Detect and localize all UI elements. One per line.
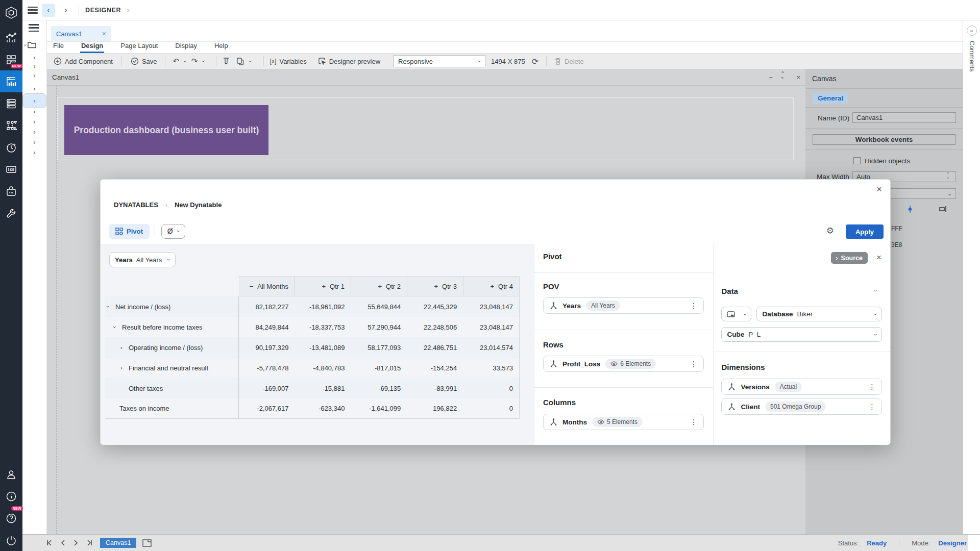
name-id-input[interactable]: Canvas1 bbox=[852, 112, 956, 123]
info-icon[interactable] bbox=[0, 485, 22, 507]
menu-page-layout[interactable]: Page Layout bbox=[119, 42, 159, 52]
dimension-card-client[interactable]: Client 501 Omega Group ⋮ bbox=[721, 398, 882, 415]
settings-gear-icon[interactable]: ⚙ bbox=[826, 226, 834, 236]
kebab-menu-icon[interactable]: ⋮ bbox=[690, 360, 697, 368]
frame-component[interactable]: Production dashboard (business user buil… bbox=[57, 97, 794, 160]
connection-type-select[interactable]: › bbox=[721, 307, 751, 321]
cube-select[interactable]: Cube P_L › bbox=[721, 327, 882, 342]
null-display-button[interactable]: Ø › bbox=[161, 224, 186, 239]
marketplace-icon[interactable] bbox=[0, 180, 22, 202]
expand-row-icon[interactable]: › bbox=[120, 365, 122, 371]
tree-node-expand[interactable]: › bbox=[22, 137, 46, 147]
selection-pill[interactable]: All Years bbox=[586, 300, 620, 311]
align-right-button[interactable] bbox=[928, 205, 959, 214]
analytics-icon[interactable] bbox=[0, 27, 22, 48]
add-canvas-icon[interactable] bbox=[142, 539, 152, 547]
save-button[interactable]: Save bbox=[131, 57, 157, 65]
nav-forward-button[interactable]: › bbox=[59, 4, 72, 17]
redo-icon[interactable]: ↷ bbox=[191, 57, 198, 66]
rows-dimension-card-profit-loss[interactable]: Profit_Loss 6 Elements ⋮ bbox=[543, 356, 704, 372]
collapse-column-icon[interactable]: − bbox=[250, 283, 254, 290]
collapse-panel-icon[interactable]: « bbox=[967, 26, 977, 36]
expand-column-icon[interactable]: + bbox=[434, 283, 438, 290]
column-header-all-months[interactable]: − All Months bbox=[239, 276, 295, 296]
designer-icon[interactable] bbox=[0, 70, 22, 92]
tree-node-expand-selected[interactable]: › bbox=[22, 93, 46, 108]
copy-icon[interactable] bbox=[236, 57, 244, 65]
layout-mode-select[interactable]: Responsive › bbox=[394, 55, 485, 67]
breadcrumb[interactable]: DESIGNER bbox=[85, 7, 121, 14]
selection-pill[interactable]: Actual bbox=[775, 382, 802, 392]
expand-row-icon[interactable]: › bbox=[120, 344, 122, 350]
bottom-tab-canvas1[interactable]: Canvas1 bbox=[100, 538, 136, 548]
columns-dimension-card-months[interactable]: Months 5 Elements ⋮ bbox=[543, 414, 704, 430]
console-icon[interactable] bbox=[0, 158, 22, 180]
source-button[interactable]: › Source bbox=[831, 252, 868, 264]
kebab-menu-icon[interactable]: ⋮ bbox=[690, 418, 697, 426]
next-canvas-icon[interactable] bbox=[74, 540, 79, 546]
column-header-qtr1[interactable]: + Qtr 1 bbox=[295, 276, 351, 296]
selection-pill[interactable]: 501 Omega Group bbox=[765, 402, 826, 412]
apps-grid-icon[interactable]: NEW bbox=[0, 48, 22, 70]
elements-pill[interactable]: 5 Elements bbox=[592, 417, 643, 427]
column-header-qtr3[interactable]: + Qtr 3 bbox=[407, 276, 463, 296]
comments-tab[interactable]: Comments bbox=[968, 41, 975, 71]
nav-back-button[interactable]: ‹ bbox=[42, 4, 55, 17]
workbook-events-button[interactable]: Workbook events bbox=[813, 134, 955, 145]
expand-column-icon[interactable]: + bbox=[378, 283, 382, 290]
delete-button[interactable]: Delete bbox=[554, 57, 584, 65]
tree-node-expand[interactable]: › bbox=[22, 61, 46, 71]
menu-display[interactable]: Display bbox=[174, 42, 198, 52]
elements-pill[interactable]: 6 Elements bbox=[605, 359, 656, 369]
user-icon[interactable] bbox=[0, 463, 22, 485]
database-select[interactable]: Database Biker › bbox=[756, 307, 882, 321]
expand-column-icon[interactable]: + bbox=[491, 283, 495, 290]
column-header-qtr2[interactable]: + Qtr 2 bbox=[351, 276, 407, 296]
help-icon[interactable]: NEW bbox=[0, 507, 22, 529]
variables-button[interactable]: [x] Variables bbox=[270, 58, 307, 65]
modeler-icon[interactable] bbox=[0, 114, 22, 136]
align-center-button[interactable] bbox=[897, 205, 923, 214]
tab-general[interactable]: General bbox=[813, 93, 848, 104]
collapse-row-icon[interactable]: › bbox=[112, 326, 118, 328]
expand-column-icon[interactable]: + bbox=[322, 283, 326, 290]
hidden-objects-checkbox[interactable] bbox=[853, 157, 861, 164]
stepper-icons[interactable]: ⌃⌃ bbox=[946, 173, 950, 178]
breadcrumb-parent[interactable]: DYNATABLES bbox=[114, 201, 158, 209]
menu-file[interactable]: File bbox=[52, 42, 65, 52]
years-filter-chip[interactable]: Years All Years › bbox=[109, 252, 176, 267]
close-icon[interactable]: × bbox=[796, 73, 800, 81]
last-canvas-icon[interactable] bbox=[87, 540, 93, 546]
prev-canvas-icon[interactable] bbox=[60, 540, 65, 546]
dashboard-widget[interactable]: Production dashboard (business user buil… bbox=[64, 105, 268, 155]
tree-node-expand[interactable]: › bbox=[22, 70, 46, 80]
pivot-view-button[interactable]: Pivot bbox=[109, 224, 150, 239]
close-icon[interactable]: × bbox=[876, 184, 882, 195]
copy-dropdown-chevron-icon[interactable]: › bbox=[248, 60, 254, 62]
collapse-section-icon[interactable]: › bbox=[873, 290, 879, 292]
menu-design[interactable]: Design bbox=[80, 42, 104, 53]
column-header-qtr4[interactable]: + Qtr 4 bbox=[463, 276, 520, 296]
minimize-icon[interactable]: − bbox=[769, 73, 773, 81]
kebab-menu-icon[interactable]: ⋮ bbox=[868, 383, 875, 391]
root-folder-node[interactable]: › bbox=[24, 41, 36, 48]
apply-button[interactable]: Apply bbox=[846, 224, 884, 239]
redo-dropdown-chevron-icon[interactable]: › bbox=[201, 60, 207, 62]
collapse-row-icon[interactable]: › bbox=[105, 306, 111, 308]
scheduler-icon[interactable] bbox=[0, 136, 22, 158]
kebab-menu-icon[interactable]: ⋮ bbox=[868, 403, 875, 411]
undo-dropdown-chevron-icon[interactable]: › bbox=[182, 60, 188, 62]
add-component-button[interactable]: Add Component bbox=[54, 57, 113, 65]
close-icon[interactable]: × bbox=[102, 30, 106, 38]
undo-icon[interactable]: ↶ bbox=[173, 57, 180, 66]
pov-dimension-card-years[interactable]: Years All Years ⋮ bbox=[543, 297, 704, 314]
kebab-menu-icon[interactable]: ⋮ bbox=[690, 302, 697, 310]
tree-node-expand[interactable]: › bbox=[22, 84, 46, 93]
tree-node-expand[interactable]: › bbox=[22, 127, 46, 137]
tab-canvas1[interactable]: Canvas1 × bbox=[51, 26, 111, 41]
tree-node-expand[interactable]: › bbox=[22, 107, 46, 116]
main-menu-icon[interactable] bbox=[28, 7, 38, 14]
collapse-icon[interactable]: ⌄⌄ bbox=[780, 73, 789, 81]
refresh-icon[interactable]: ⟳ bbox=[532, 57, 538, 66]
dimension-card-versions[interactable]: Versions Actual ⋮ bbox=[721, 379, 882, 395]
